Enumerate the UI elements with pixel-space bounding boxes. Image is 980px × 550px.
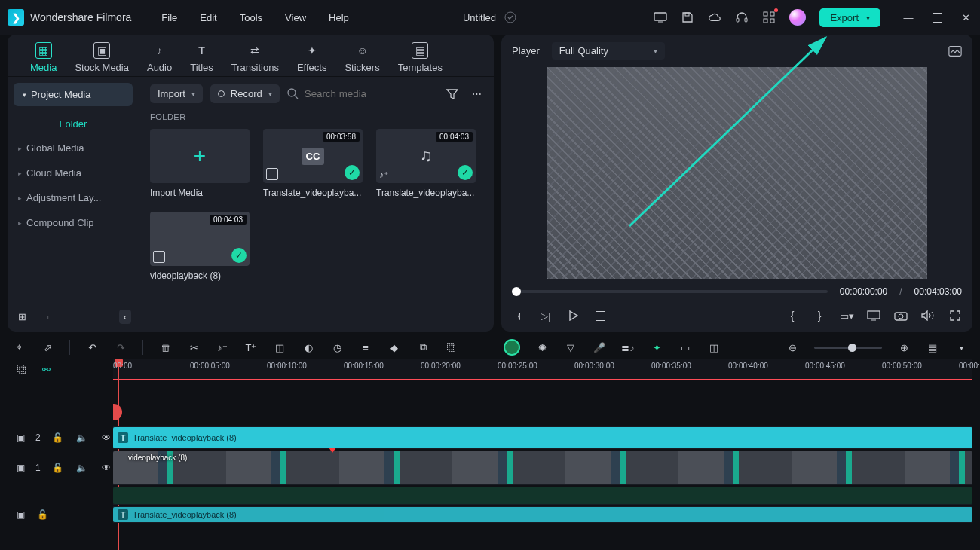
record-dropdown[interactable]: Record — [210, 84, 280, 103]
tab-titles[interactable]: TTitles — [190, 42, 213, 73]
search-media[interactable] — [287, 88, 418, 99]
eye-icon[interactable]: 👁 — [100, 431, 113, 445]
fullscreen-icon[interactable] — [948, 309, 962, 322]
sidebar-item-compound[interactable]: Compound Clip — [8, 210, 139, 235]
menu-help[interactable]: Help — [329, 12, 349, 23]
timeline-clip-text[interactable]: TTranslate_videoplayback (8) — [113, 427, 972, 448]
display-icon[interactable] — [867, 309, 880, 322]
mark-in-icon[interactable]: { — [786, 309, 799, 322]
window-close-icon[interactable]: ✕ — [959, 11, 972, 24]
redo-icon[interactable]: ↷ — [114, 341, 127, 354]
new-folder-icon[interactable]: ⊞ — [15, 310, 29, 324]
menu-view[interactable]: View — [285, 12, 306, 23]
quality-dropdown[interactable]: Full Quality — [552, 42, 665, 60]
apps-icon[interactable] — [762, 11, 776, 24]
keyframe-icon[interactable]: ◆ — [387, 341, 401, 354]
tab-media[interactable]: ▦Media — [30, 42, 57, 73]
seek-bar[interactable] — [512, 290, 828, 293]
mute-icon[interactable]: 🔈 — [75, 461, 89, 475]
monitor-icon[interactable] — [654, 11, 667, 24]
zoom-handle[interactable] — [848, 344, 856, 352]
mark-out-icon[interactable]: } — [813, 309, 826, 322]
import-media-tile[interactable]: + Import Media — [150, 129, 250, 198]
picture-icon[interactable]: ▭ — [678, 341, 692, 354]
menu-tools[interactable]: Tools — [240, 12, 262, 23]
export-button[interactable]: Export▾ — [819, 8, 880, 27]
collapse-sidebar-icon[interactable]: ‹ — [119, 310, 131, 324]
undo-icon[interactable]: ↶ — [85, 341, 99, 354]
window-maximize-icon[interactable] — [930, 11, 944, 24]
magnet-icon[interactable]: ⌖ — [12, 341, 26, 354]
adjust-icon[interactable]: ≡ — [359, 341, 372, 354]
tab-templates[interactable]: ▤Templates — [398, 42, 443, 73]
mute-icon[interactable]: 🔈 — [75, 431, 89, 445]
volume-icon[interactable] — [921, 309, 935, 322]
delete-icon[interactable]: 🗑 — [158, 341, 172, 354]
layers-icon[interactable]: ⿻ — [15, 362, 29, 376]
tab-stickers[interactable]: ☺Stickers — [345, 42, 379, 73]
menu-edit[interactable]: Edit — [200, 12, 216, 23]
folder-icon[interactable]: ▭ — [38, 310, 51, 324]
timeline-clip-video[interactable]: videoplayback (8) — [113, 451, 972, 484]
speed-icon[interactable]: ◷ — [330, 341, 344, 354]
color-icon[interactable]: ◐ — [302, 341, 315, 354]
menu-file[interactable]: File — [161, 12, 177, 23]
zoom-in-icon[interactable]: ⊕ — [897, 341, 911, 354]
tab-transitions[interactable]: ⇄Transitions — [231, 42, 279, 73]
timeline-clip-audio[interactable] — [113, 487, 972, 504]
tab-audio[interactable]: ♪Audio — [147, 42, 172, 73]
frame-icon[interactable]: ◫ — [707, 341, 721, 354]
music-list-icon[interactable]: ≣♪ — [621, 341, 635, 354]
filter-icon[interactable] — [446, 87, 459, 101]
tab-effects[interactable]: ✦Effects — [297, 42, 327, 73]
search-input[interactable] — [305, 88, 418, 99]
sidebar-item-global[interactable]: Global Media — [8, 136, 139, 160]
snapshot-icon[interactable] — [948, 44, 962, 58]
player-viewport[interactable] — [547, 67, 927, 279]
crop-icon[interactable]: ◫ — [273, 341, 286, 354]
window-minimize-icon[interactable]: — — [902, 11, 915, 24]
group-icon[interactable]: ⧉ — [416, 341, 430, 354]
enhance-icon[interactable]: ✦ — [650, 341, 663, 354]
prev-frame-icon[interactable]: ⦉ — [512, 309, 525, 322]
chevron-down-icon[interactable]: ▾ — [954, 341, 968, 354]
lock-icon[interactable]: 🔓 — [35, 508, 49, 521]
split-icon[interactable]: ✂ — [187, 341, 201, 354]
timeline-clip-text-2[interactable]: TTranslate_videoplayback (8) — [113, 507, 972, 522]
sparkle-icon[interactable]: ✺ — [535, 341, 549, 354]
seek-handle[interactable] — [512, 287, 521, 296]
ai-face-icon[interactable] — [504, 339, 520, 356]
media-thumb-2[interactable]: 00:04:03♫✓♪⁺ Translate_videoplayba... — [376, 129, 476, 198]
link-icon[interactable]: ⚯ — [39, 362, 53, 376]
sidebar-folder[interactable]: Folder — [8, 112, 139, 136]
eye-icon[interactable]: 👁 — [100, 461, 113, 475]
sidebar-item-cloud[interactable]: Cloud Media — [8, 160, 139, 185]
shield-icon[interactable]: ▽ — [564, 341, 577, 354]
media-thumb-3[interactable]: 00:04:03✓ videoplayback (8) — [150, 212, 250, 281]
sidebar-project-media[interactable]: ▾Project Media — [14, 83, 133, 106]
more-icon[interactable]: ⋯ — [470, 87, 483, 101]
beat-icon[interactable]: ♪⁺ — [216, 341, 229, 354]
save-icon[interactable] — [681, 11, 694, 24]
ratio-icon[interactable]: ▭▾ — [840, 309, 853, 322]
camera-icon[interactable] — [894, 309, 908, 322]
copy-effects-icon[interactable]: ⿻ — [445, 341, 458, 354]
list-view-icon[interactable]: ▤ — [926, 341, 939, 354]
stop-icon[interactable] — [593, 309, 607, 322]
media-thumb-1[interactable]: 00:03:58CC✓ Translate_videoplayba... — [263, 129, 363, 198]
import-dropdown[interactable]: Import — [150, 84, 203, 103]
zoom-slider[interactable] — [814, 347, 882, 349]
play-step-icon[interactable]: ▷| — [539, 309, 553, 322]
headphones-icon[interactable] — [735, 11, 749, 24]
select-tool-icon[interactable]: ⬀ — [41, 341, 54, 354]
play-icon[interactable] — [566, 309, 580, 322]
cloud-icon[interactable] — [708, 11, 721, 24]
zoom-out-icon[interactable]: ⊖ — [786, 341, 799, 354]
mic-icon[interactable]: 🎤 — [593, 341, 606, 354]
sidebar-item-adjustment[interactable]: Adjustment Lay... — [8, 185, 139, 210]
lock-icon[interactable]: 🔓 — [51, 431, 65, 445]
marker-icon[interactable] — [329, 448, 336, 453]
text-icon[interactable]: T⁺ — [244, 341, 258, 354]
lock-icon[interactable]: 🔓 — [51, 461, 65, 475]
time-ruler[interactable]: 00:0000:00:05:0000:00:10:0000:00:15:0000… — [113, 359, 972, 380]
